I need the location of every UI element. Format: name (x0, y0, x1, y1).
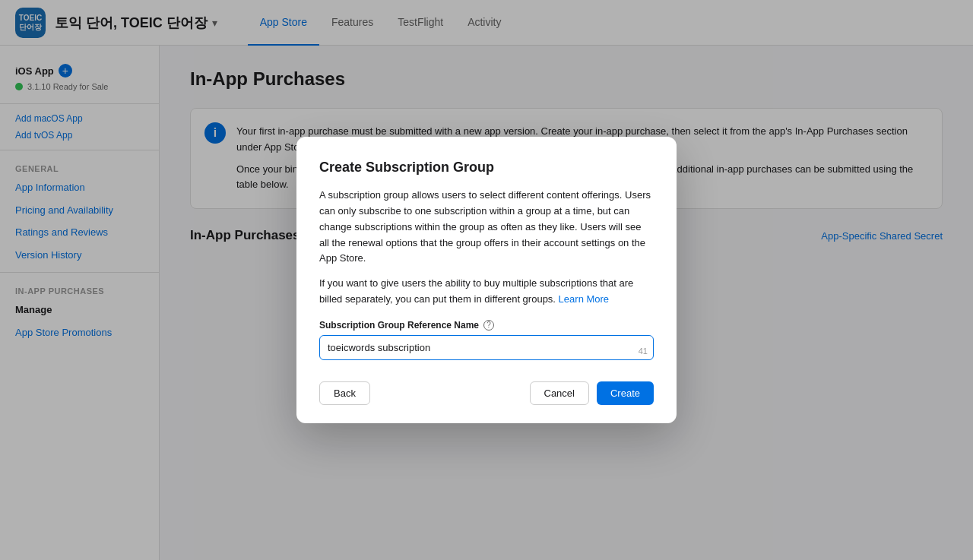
create-subscription-modal: Create Subscription Group A subscription… (296, 137, 677, 423)
modal-learn-more-link[interactable]: Learn More (559, 293, 609, 305)
layout: iOS App + 3.1.10 Ready for Sale Add macO… (0, 46, 973, 560)
create-button[interactable]: Create (597, 381, 654, 405)
cancel-button[interactable]: Cancel (530, 381, 589, 405)
modal-footer-right: Cancel Create (530, 381, 654, 405)
modal-footer: Back Cancel Create (319, 381, 654, 405)
back-button[interactable]: Back (319, 381, 370, 405)
char-count: 41 (639, 346, 648, 356)
modal-body-1: A subscription group allows users to sel… (319, 188, 654, 267)
modal-input-wrapper: 41 (319, 335, 654, 360)
modal-label-row: Subscription Group Reference Name ? (319, 320, 654, 331)
modal-title: Create Subscription Group (319, 160, 654, 176)
modal-input-label: Subscription Group Reference Name (319, 320, 479, 331)
modal-overlay[interactable]: Create Subscription Group A subscription… (160, 46, 973, 560)
subscription-name-input[interactable] (319, 335, 654, 360)
modal-body-2: If you want to give users the ability to… (319, 276, 654, 308)
main-content: In-App Purchases i Your first in-app pur… (160, 46, 973, 560)
help-icon[interactable]: ? (483, 320, 494, 331)
